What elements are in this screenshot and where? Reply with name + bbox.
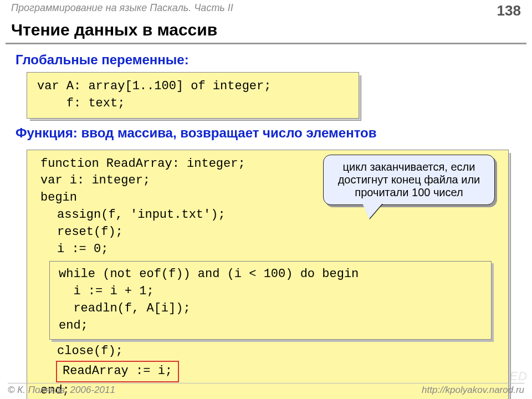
- callout-tail-icon: [362, 203, 382, 219]
- callout-text: цикл заканчивается, если достигнут конец…: [338, 161, 480, 198]
- code-line: assign(f, 'input.txt');: [27, 207, 508, 224]
- code-line: close(f);: [27, 343, 508, 360]
- function-code-box: цикл заканчивается, если достигнут конец…: [27, 150, 509, 399]
- code-line: var A: array[1..100] of integer;: [37, 78, 349, 95]
- return-value-box: ReadArray := i;: [56, 361, 179, 382]
- footer-copyright: © К. Поляков, 2006-2011: [8, 385, 115, 396]
- page-title: Чтение данных в массив: [0, 19, 532, 43]
- code-line: i := i + 1;: [59, 283, 482, 300]
- while-loop-box: while (not eof(f)) and (i < 100) do begi…: [49, 261, 492, 339]
- code-line: ReadArray := i;: [63, 364, 172, 378]
- code-line: readln(f, A[i]);: [59, 300, 482, 318]
- code-line: reset(f);: [27, 224, 508, 241]
- footer-url: http://kpolyakov.narod.ru: [422, 385, 524, 396]
- section-function-heading: Функция: ввод массива, возвращает число …: [0, 119, 532, 145]
- section-globals-heading: Глобальные переменные:: [0, 50, 532, 72]
- breadcrumb: Программирование на языке Паскаль. Часть…: [11, 2, 233, 19]
- code-line: i := 0;: [27, 241, 508, 258]
- header-bar: Программирование на языке Паскаль. Часть…: [0, 0, 532, 19]
- callout-bubble: цикл заканчивается, если достигнут конец…: [323, 155, 495, 205]
- footer-bar: © К. Поляков, 2006-2011 http://kpolyakov…: [8, 383, 524, 396]
- globals-code-box: var A: array[1..100] of integer; f: text…: [27, 72, 359, 119]
- code-line: f: text;: [37, 95, 349, 112]
- title-rule: [6, 43, 526, 44]
- code-line: while (not eof(f)) and (i < 100) do begi…: [59, 266, 482, 283]
- page-number: 138: [497, 2, 521, 19]
- code-line: end;: [59, 318, 482, 335]
